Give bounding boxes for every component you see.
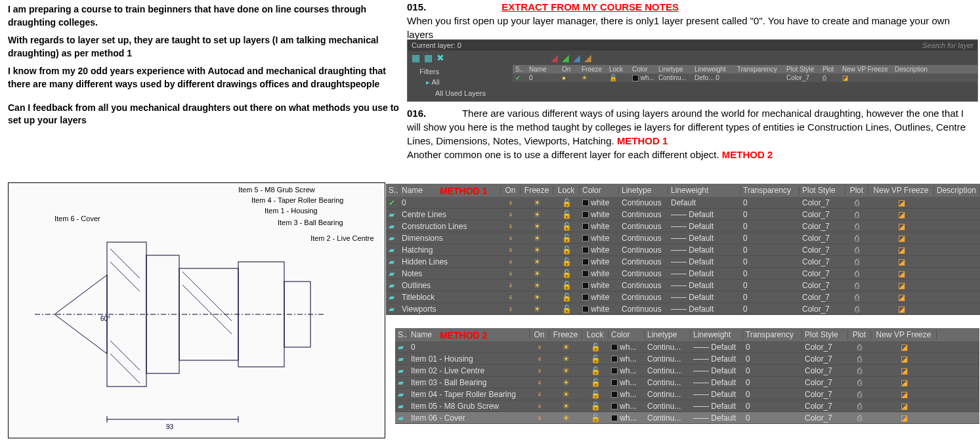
color-cell[interactable]: wh... [608, 390, 645, 399]
layer-name[interactable]: Item 03 - Ball Bearing [408, 378, 530, 387]
plotstyle-cell[interactable]: Color_7 [799, 198, 845, 207]
linetype-cell[interactable]: Continuous [619, 210, 668, 219]
layer-row[interactable]: ▰Titleblock♀☀🔓 whiteContinuous—— Default… [386, 291, 980, 303]
vp-freeze-toggle[interactable]: ◪ [871, 402, 937, 411]
lock-toggle[interactable]: 🔓 [553, 245, 580, 255]
layer-name[interactable]: Item 05 - M8 Grub Screw [408, 402, 530, 411]
plotstyle-cell[interactable]: Color_7 [799, 234, 845, 243]
layer-name[interactable]: Hatching [399, 245, 501, 255]
color-cell[interactable]: white [580, 304, 619, 314]
plot-toggle[interactable]: ⎙ [848, 390, 871, 399]
layer-state-icon[interactable]: ◢ [573, 52, 580, 63]
transparency-cell[interactable]: 0 [743, 378, 802, 387]
plotstyle-cell[interactable]: Color_7 [802, 343, 848, 352]
on-toggle[interactable]: ♀ [501, 234, 521, 243]
color-cell[interactable]: wh... [608, 378, 645, 387]
plot-toggle[interactable]: ⎙ [845, 198, 868, 207]
freeze-toggle[interactable]: ☀ [549, 390, 582, 399]
plot-toggle[interactable]: ⎙ [845, 210, 868, 219]
lock-toggle[interactable]: 🔓 [582, 390, 608, 399]
linetype-cell[interactable]: Continuous [619, 304, 668, 314]
lock-toggle[interactable]: 🔓 [553, 222, 580, 231]
lineweight-cell[interactable]: Default [668, 198, 740, 207]
color-cell[interactable]: wh... [608, 402, 645, 411]
linetype-cell[interactable]: Continuous [619, 245, 668, 255]
color-cell[interactable]: white [580, 222, 619, 231]
lineweight-cell[interactable]: —— Default [691, 354, 743, 364]
color-cell[interactable]: white [580, 281, 619, 290]
freeze-toggle[interactable]: ☀ [521, 293, 553, 302]
transparency-cell[interactable]: 0 [740, 198, 799, 207]
layer-name[interactable]: Construction Lines [399, 222, 501, 231]
vp-freeze-toggle[interactable]: ◪ [868, 281, 934, 290]
plot-toggle[interactable]: ⎙ [848, 378, 871, 387]
color-cell[interactable]: white [580, 210, 619, 219]
plotstyle-cell[interactable]: Color_7 [799, 222, 845, 231]
color-cell[interactable]: white [580, 198, 619, 207]
layer-row[interactable]: ▰Construction Lines♀☀🔓 whiteContinuous——… [386, 220, 980, 232]
layer-name[interactable]: Notes [399, 269, 501, 278]
linetype-cell[interactable]: Continuous [619, 269, 668, 278]
on-toggle[interactable]: ♀ [501, 269, 521, 278]
transparency-cell[interactable]: 0 [743, 354, 802, 364]
layer-name[interactable]: Viewports [399, 304, 501, 314]
linetype-cell[interactable]: Continu... [645, 354, 691, 364]
vp-freeze-toggle[interactable]: ◪ [868, 293, 934, 302]
plot-toggle[interactable]: ⎙ [845, 304, 868, 314]
lock-toggle[interactable]: 🔓 [582, 343, 608, 352]
transparency-cell[interactable]: 0 [740, 269, 799, 278]
new-layer-vp-icon[interactable]: ▦ [424, 52, 433, 63]
lineweight-cell[interactable]: —— Default [668, 210, 740, 219]
lineweight-cell[interactable]: —— Default [668, 293, 740, 302]
on-toggle[interactable]: ♀ [501, 198, 521, 207]
lock-toggle[interactable]: 🔓 [553, 281, 580, 290]
freeze-toggle[interactable]: ☀ [549, 343, 582, 352]
plotstyle-cell[interactable]: Color_7 [799, 304, 845, 314]
vp-freeze-toggle[interactable]: ◪ [871, 354, 937, 364]
vp-freeze-toggle[interactable]: ◪ [868, 304, 934, 314]
layer-row[interactable]: ▰Centre Lines♀☀🔓 whiteContinuous—— Defau… [386, 209, 980, 220]
layer-state-icon[interactable]: ◢ [584, 52, 591, 63]
vp-freeze-toggle[interactable]: ◪ [868, 210, 934, 219]
vp-freeze-toggle[interactable]: ◪ [868, 257, 934, 266]
linetype-cell[interactable]: Continuous [619, 222, 668, 231]
plotstyle-cell[interactable]: Color_7 [799, 257, 845, 266]
linetype-cell[interactable]: Continu... [645, 402, 691, 411]
plot-toggle[interactable]: ⎙ [845, 269, 868, 278]
transparency-cell[interactable]: 0 [740, 304, 799, 314]
transparency-cell[interactable]: 0 [740, 210, 799, 219]
on-toggle[interactable]: ♀ [530, 413, 549, 423]
lineweight-cell[interactable]: —— Default [668, 304, 740, 314]
layer-name[interactable]: Hidden Lines [399, 257, 501, 266]
lock-toggle[interactable]: 🔓 [553, 257, 580, 266]
on-toggle[interactable]: ♀ [530, 390, 549, 399]
color-cell[interactable]: white [580, 245, 619, 255]
lineweight-cell[interactable]: —— Default [668, 222, 740, 231]
freeze-toggle[interactable]: ☀ [521, 269, 553, 278]
layer-row[interactable]: ✓0♀☀🔓 whiteContinuousDefault0Color_7⎙◪ [386, 197, 980, 209]
on-toggle[interactable]: ♀ [530, 402, 549, 411]
layer-row[interactable]: ▰Item 03 - Ball Bearing♀☀🔓 wh...Continu.… [395, 377, 979, 388]
linetype-cell[interactable]: Continu... [645, 390, 691, 399]
color-cell[interactable]: wh... [608, 413, 645, 423]
linetype-cell[interactable]: Continuous [619, 281, 668, 290]
color-cell[interactable]: white [580, 257, 619, 266]
plot-toggle[interactable]: ⎙ [848, 402, 871, 411]
layer-row[interactable]: ▰Item 06 - Cover♀☀🔓 wh...Continu...—— De… [395, 412, 979, 424]
lineweight-cell[interactable]: —— Default [691, 402, 743, 411]
vp-freeze-toggle[interactable]: ◪ [871, 378, 937, 387]
linetype-cell[interactable]: Continu... [645, 343, 691, 352]
layer-name[interactable]: Item 02 - Live Centre [408, 366, 530, 375]
freeze-toggle[interactable]: ☀ [521, 222, 553, 231]
layer-row[interactable]: ▰Viewports♀☀🔓 whiteContinuous—— Default0… [386, 303, 980, 315]
plot-toggle[interactable]: ⎙ [848, 366, 871, 375]
transparency-cell[interactable]: 0 [743, 390, 802, 399]
on-toggle[interactable]: ♀ [530, 378, 549, 387]
layer-name[interactable]: 0 [408, 343, 530, 352]
transparency-cell[interactable]: 0 [740, 293, 799, 302]
on-toggle[interactable]: ♀ [501, 257, 521, 266]
lineweight-cell[interactable]: —— Default [668, 269, 740, 278]
vp-freeze-toggle[interactable]: ◪ [868, 245, 934, 255]
lock-toggle[interactable]: 🔓 [582, 413, 608, 423]
color-cell[interactable]: wh... [608, 366, 645, 375]
